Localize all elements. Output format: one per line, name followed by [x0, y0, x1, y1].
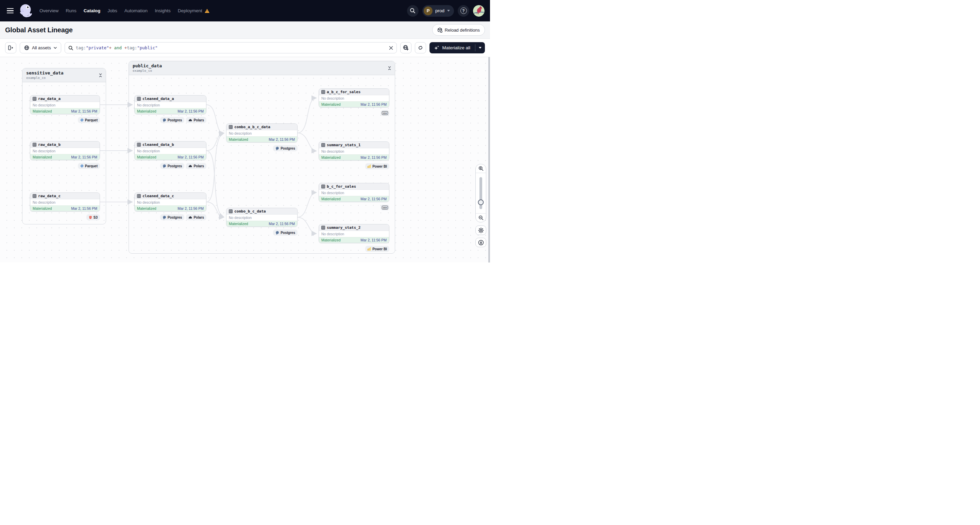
tag-postgres[interactable]: Postgres — [273, 229, 298, 235]
nav-item-insights[interactable]: Insights — [155, 8, 171, 13]
search-query-text: tag:"private"+ and +tag:"public" — [76, 45, 158, 50]
tag-postgres[interactable]: Postgres — [160, 163, 185, 169]
table-icon — [137, 143, 141, 146]
reload-definitions-button[interactable]: Reload definitions — [432, 24, 485, 36]
open-left-panel-button[interactable] — [5, 42, 16, 53]
asset-node-cleaned-data-b[interactable]: cleaned_data_b No description Materializ… — [134, 141, 207, 160]
polars-icon — [188, 118, 192, 122]
clear-search-button[interactable] — [389, 46, 393, 50]
table-icon — [229, 210, 232, 213]
tag-postgres[interactable]: Postgres — [273, 145, 298, 151]
asset-name: summary_stats_2 — [327, 226, 360, 230]
nav-item-runs[interactable]: Runs — [66, 8, 76, 13]
asset-tags-raw-data-c: S3 — [30, 214, 100, 220]
materialize-all-button[interactable]: Materialize all — [430, 42, 485, 53]
asset-name: raw_data_c — [38, 194, 60, 198]
asset-scope-label: All assets — [32, 45, 51, 50]
table-icon — [229, 125, 232, 129]
nav-item-automation[interactable]: Automation — [124, 8, 148, 13]
asset-status: Materialized — [321, 102, 341, 107]
asset-node-raw-data-b[interactable]: raw_data_b No description MaterializedMa… — [30, 141, 100, 160]
asset-scope-dropdown[interactable]: All assets — [20, 42, 61, 53]
tag-csv[interactable]: csv — [380, 110, 389, 116]
tag-polars[interactable]: Polars — [186, 163, 207, 169]
tag-polars[interactable]: Polars — [186, 117, 207, 123]
asset-node-cleaned-data-c[interactable]: cleaned_data_c No description Materializ… — [134, 192, 207, 212]
table-icon — [137, 97, 141, 101]
asset-node-combo-b-c-data[interactable]: combo_b_c_data No description Materializ… — [226, 208, 298, 227]
zoom-control-panel — [476, 164, 486, 223]
asset-timestamp: Mar 2, 11:56 PM — [360, 238, 387, 242]
search-icon — [410, 8, 415, 14]
asset-status: Materialized — [33, 155, 52, 159]
zoom-slider-thumb[interactable] — [478, 200, 484, 205]
asset-tags-cleaned-data-b: Postgres Polars — [134, 163, 207, 169]
asset-tags-summary-stats-2: Power BI — [319, 246, 389, 252]
panel-toggle-icon — [8, 45, 14, 50]
nav-item-deployment[interactable]: Deployment — [178, 8, 210, 13]
asset-timestamp: Mar 2, 11:56 PM — [178, 155, 204, 159]
tag-powerbi[interactable]: Power BI — [365, 246, 389, 252]
user-avatar[interactable] — [473, 5, 485, 17]
reload-cube-icon — [437, 27, 442, 33]
download-graph-button[interactable] — [476, 238, 486, 247]
lineage-graph-canvas[interactable]: sensitive_data example_co public_data ex… — [0, 57, 490, 262]
asset-node-raw-data-c[interactable]: raw_data_c No description MaterializedMa… — [30, 192, 100, 212]
asset-description: No description — [319, 231, 389, 237]
tag-s3[interactable]: S3 — [86, 214, 100, 220]
asset-tags-summary-stats-1: Power BI — [319, 163, 389, 169]
top-nav: Overview Runs Catalog Jobs Automation In… — [0, 0, 490, 21]
table-icon — [321, 185, 325, 188]
asset-node-summary-stats-1[interactable]: summary_stats_1 No description Materiali… — [319, 142, 389, 161]
nav-item-catalog[interactable]: Catalog — [84, 8, 101, 13]
nav-links: Overview Runs Catalog Jobs Automation In… — [40, 8, 210, 13]
tag-postgres[interactable]: Postgres — [160, 214, 185, 220]
asset-status: Materialized — [137, 207, 156, 210]
parquet-icon — [80, 164, 84, 168]
nav-item-jobs[interactable]: Jobs — [107, 8, 117, 13]
asset-name: combo_b_c_data — [234, 209, 266, 213]
tag-parquet[interactable]: Parquet — [78, 117, 100, 123]
help-button[interactable]: ? — [458, 5, 469, 17]
tag-parquet[interactable]: Parquet — [78, 163, 100, 169]
zoom-slider[interactable] — [476, 173, 486, 213]
zoom-out-button[interactable] — [476, 213, 486, 222]
table-icon — [321, 90, 325, 94]
asset-node-summary-stats-2[interactable]: summary_stats_2 No description Materiali… — [319, 224, 389, 243]
parquet-icon — [80, 118, 84, 122]
refresh-button[interactable] — [415, 42, 426, 53]
asset-node-raw-data-a[interactable]: raw_data_a No description MaterializedMa… — [30, 95, 100, 114]
asset-status: Materialized — [321, 238, 341, 242]
tag-postgres[interactable]: Postgres — [160, 117, 185, 123]
asset-timestamp: Mar 2, 11:56 PM — [360, 197, 387, 201]
environment-switcher[interactable]: P prod — [422, 5, 454, 17]
zoom-in-button[interactable] — [476, 164, 486, 173]
vertical-scrollbar[interactable] — [488, 57, 490, 262]
powerbi-icon — [368, 165, 371, 168]
new-tab-globe-button[interactable] — [400, 42, 412, 53]
search-button[interactable] — [407, 5, 418, 17]
asset-node-cleaned-data-a[interactable]: cleaned_data_a No description Materializ… — [134, 95, 207, 114]
hamburger-menu-icon[interactable] — [7, 8, 14, 14]
asset-node-combo-a-b-c-data[interactable]: combo_a_b_c_data No description Material… — [226, 123, 298, 142]
asset-node-a-b-c-for-sales[interactable]: a_b_c_for_sales No description Materiali… — [319, 88, 389, 107]
asset-search-input[interactable]: tag:"private"+ and +tag:"public" — [65, 42, 397, 53]
globe-plus-icon — [403, 45, 409, 51]
materialize-options-button[interactable] — [476, 42, 485, 53]
refresh-icon — [418, 45, 423, 50]
table-icon — [33, 194, 37, 198]
asset-status: Materialized — [33, 207, 52, 210]
asset-node-b-c-for-sales[interactable]: b_c_for_sales No description Materialize… — [319, 183, 389, 202]
nav-item-overview[interactable]: Overview — [40, 8, 59, 13]
materialize-all-label: Materialize all — [442, 45, 470, 50]
postgres-icon — [275, 146, 279, 150]
tag-powerbi[interactable]: Power BI — [365, 163, 389, 169]
asset-description: No description — [319, 95, 389, 101]
tag-polars[interactable]: Polars — [186, 214, 207, 220]
asset-timestamp: Mar 2, 11:56 PM — [360, 102, 387, 107]
tag-csv[interactable]: csv — [380, 205, 389, 210]
lineage-toolbar: All assets tag:"private"+ and +tag:"publ… — [0, 39, 490, 57]
chevron-down-icon — [54, 47, 57, 49]
dagster-logo[interactable] — [18, 3, 34, 19]
graph-settings-button[interactable] — [476, 226, 486, 235]
